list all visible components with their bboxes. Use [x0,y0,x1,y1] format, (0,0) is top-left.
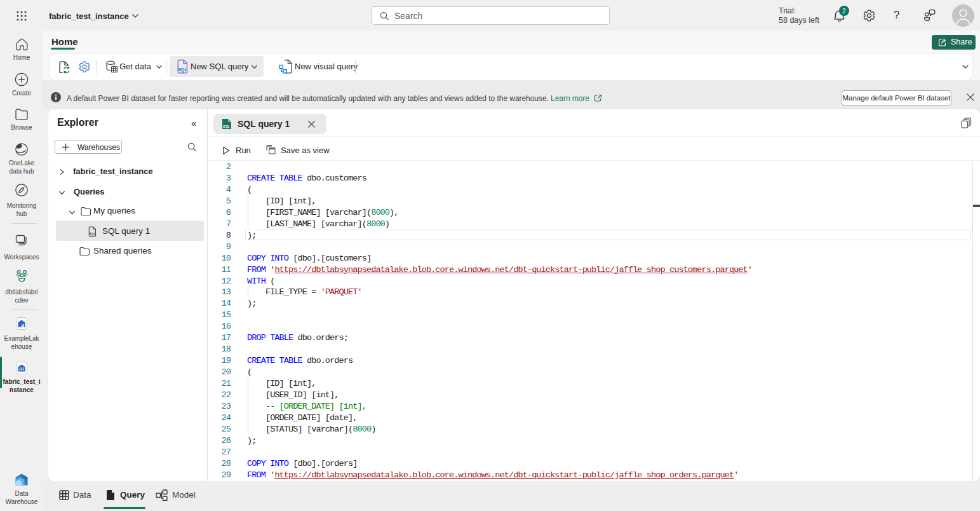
svg-text:SQL: SQL [178,67,187,72]
svg-text:SQL: SQL [90,233,96,236]
svg-text:SQL: SQL [223,125,231,128]
